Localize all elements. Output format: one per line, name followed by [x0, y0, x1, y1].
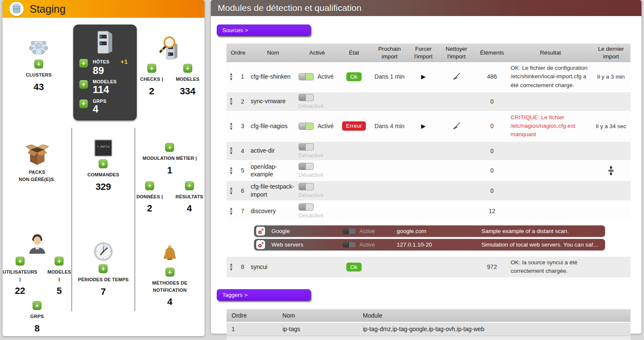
gears-icon	[256, 240, 265, 249]
tagger-name: ip-tags	[277, 326, 358, 332]
col-resultat: Résultat	[509, 47, 591, 58]
enabled-toggle[interactable]	[299, 183, 314, 190]
add-notifway-icon[interactable]: +	[166, 268, 174, 277]
clean-import-icon[interactable]	[453, 73, 461, 80]
taggers-table-header: Ordre Nom Module	[227, 309, 630, 322]
add-check-icon[interactable]: +	[147, 64, 156, 73]
clusters-count: 43	[33, 82, 44, 93]
col-nettoyer-import: Nettoyer l'import	[438, 44, 475, 62]
enabled-toggle[interactable]	[299, 123, 314, 130]
enabled-toggle[interactable]	[299, 163, 314, 170]
source-name: active-dir	[249, 145, 297, 156]
timeperiods-count: 7	[101, 286, 106, 297]
add-command-icon[interactable]: +	[99, 159, 108, 168]
tagger-order: 1	[227, 326, 277, 332]
user-groups-label: GRPS	[30, 313, 44, 320]
add-host-model-icon[interactable]: +	[79, 80, 88, 89]
terminal-icon: >_hello	[94, 140, 112, 156]
subsource-row-web-servers[interactable]: Web servers Activé 127.0.1.10-20 Simulat…	[254, 239, 605, 250]
drag-handle-icon[interactable]	[228, 73, 235, 80]
enabled-toggle[interactable]	[343, 241, 356, 248]
bell-icon	[161, 245, 178, 265]
add-check-model-icon[interactable]: +	[183, 64, 192, 73]
notifications-tile[interactable]: + MÉTHODES DE NOTIFICATION 4	[152, 245, 188, 307]
packs-tile[interactable]: PACKS NON GÉRÉ(E)S.	[19, 144, 55, 183]
packs-label: PACKS NON GÉRÉ(E)S.	[19, 169, 55, 183]
timeperiods-tile[interactable]: + PÉRIODES DE TEMPS 7	[78, 242, 129, 297]
data-label: DONNÉES |	[136, 193, 163, 200]
col-nom: Nom	[277, 312, 358, 319]
add-user-model-icon[interactable]: +	[55, 257, 64, 266]
add-data-icon[interactable]: +	[145, 181, 154, 190]
users-count: 22	[15, 285, 25, 296]
notifways-label: MÉTHODES DE NOTIFICATION	[152, 280, 188, 293]
toggle-label: Désactivé	[299, 103, 323, 109]
force-import-icon[interactable]: ▶	[421, 123, 426, 129]
drag-handle-icon[interactable]	[228, 187, 235, 195]
source-name: openldap-example	[249, 161, 297, 181]
modulation-count: 1	[167, 165, 172, 176]
source-row-openldap-example: 5 openldap-example Désactivé 0	[227, 161, 630, 181]
toggle-label: Activé	[359, 241, 375, 248]
source-row-syncui: 8 syncui Ok 972 OK: la source syncui a é…	[227, 257, 630, 278]
add-modulation-icon[interactable]: +	[165, 143, 174, 152]
subsource-target: google.com	[397, 228, 481, 234]
last-import: Il y a 3 min	[597, 74, 625, 80]
col-ordre: Ordre	[227, 312, 277, 319]
drag-handle-icon[interactable]	[228, 147, 235, 154]
checks-tile[interactable]: + CHECKS | 2 + MODELES 334	[140, 36, 199, 97]
package-box-icon	[24, 144, 50, 166]
tagger-module: ip-tag-dmz,ip-tag-google,ip-tag-ovh,ip-t…	[358, 326, 630, 332]
modules-title: Modules de détection et qualification	[218, 3, 362, 13]
add-cluster-icon[interactable]: +	[34, 60, 43, 69]
modulation-label: MODULATION MÉTIER |	[143, 155, 197, 162]
clusters-icon	[26, 39, 51, 57]
enabled-toggle[interactable]	[343, 228, 356, 234]
checks-label: CHECKS |	[140, 76, 163, 83]
discovery-subsources: Google Activé google.com Sample example …	[227, 221, 630, 257]
clusters-tile[interactable]: + CLUSTERS 43	[26, 39, 52, 93]
clean-import-icon[interactable]	[453, 122, 461, 130]
clock-icon	[94, 242, 113, 261]
commands-tile[interactable]: >_hello + COMMANDES 329	[87, 140, 119, 192]
hosts-tile[interactable]: + HÔTES +1 89 + MODELES 114	[73, 25, 137, 121]
elements-count: 0	[475, 121, 509, 131]
enabled-toggle[interactable]	[299, 143, 314, 151]
enabled-toggle[interactable]	[299, 203, 314, 211]
hosts-count: 89	[93, 65, 128, 76]
add-user-group-icon[interactable]: +	[33, 301, 41, 310]
modulation-tile[interactable]: + MODULATION MÉTIER | 1 + DONNÉES | 2 + …	[136, 143, 203, 214]
enabled-toggle[interactable]	[299, 73, 314, 80]
force-import-icon[interactable]: ▶	[421, 73, 426, 80]
row-resize-icon[interactable]	[608, 165, 614, 175]
enabled-toggle[interactable]	[299, 94, 314, 101]
add-host-icon[interactable]: +	[79, 59, 88, 68]
row-order: 2	[236, 96, 249, 107]
tagger-row-regexp-tags: 1 regexp-tags sync-regexp-tag	[227, 336, 630, 340]
modules-panel: Modules de détection et qualification So…	[211, 0, 641, 334]
staging-panel: Staging	[3, 0, 205, 336]
hosts-delta-badge: +1	[120, 58, 127, 65]
elements-count: 12	[475, 206, 509, 216]
row-order: 3	[236, 121, 249, 131]
taggers-button[interactable]: Taggers >	[217, 289, 311, 301]
drag-handle-icon[interactable]	[228, 208, 235, 215]
add-host-group-icon[interactable]: +	[79, 99, 88, 108]
add-user-icon[interactable]: +	[16, 257, 25, 266]
users-tile[interactable]: + UTILISATEURS | 22 + MODELES | 5 + GRPS…	[3, 233, 72, 334]
user-icon	[27, 233, 48, 254]
subsource-row-google[interactable]: Google Activé google.com Sample example …	[254, 225, 605, 237]
row-order: 1	[236, 71, 249, 82]
source-name: cfg-file-shinken	[249, 71, 297, 82]
drag-handle-icon[interactable]	[228, 263, 235, 271]
sources-button[interactable]: Sources >	[217, 25, 311, 36]
add-timeperiod-icon[interactable]: +	[99, 264, 108, 273]
source-row-sync-vmware: 2 sync-vmware Désactivé 0	[227, 92, 630, 112]
drag-handle-icon[interactable]	[228, 98, 235, 105]
add-result-icon[interactable]: +	[185, 181, 194, 190]
user-models-label: MODELES |	[47, 269, 72, 282]
drag-handle-icon[interactable]	[228, 123, 235, 130]
drag-handle-icon[interactable]	[228, 167, 235, 174]
panel-title: Staging	[30, 3, 66, 15]
clusters-label: CLUSTERS	[26, 71, 52, 79]
